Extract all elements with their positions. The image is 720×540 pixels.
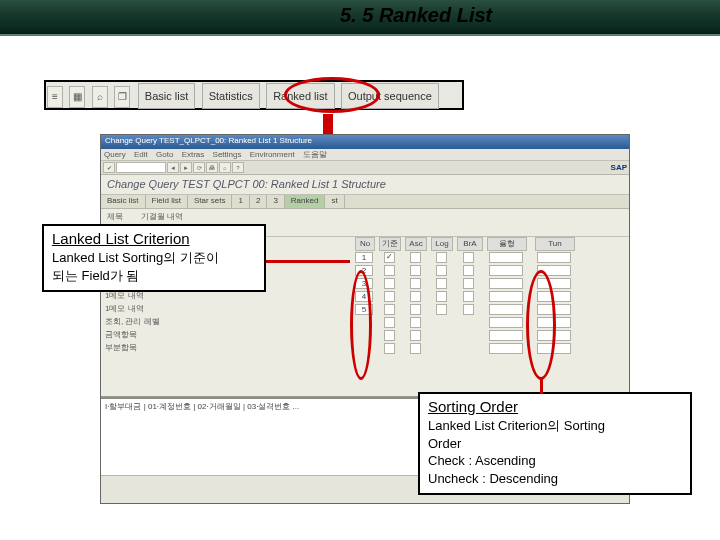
col-no: No — [355, 237, 375, 251]
slide-title: 5. 5 Ranked List — [340, 4, 492, 27]
row-label: 금액항목 — [105, 329, 137, 340]
menu-item[interactable]: Environment — [250, 150, 295, 159]
toolbar-icon[interactable]: ⌕ — [92, 86, 108, 108]
connector — [266, 260, 350, 263]
menu-item[interactable]: Query — [104, 150, 126, 159]
toolbar-icon[interactable]: ▦ — [69, 86, 85, 108]
asc-checkbox[interactable] — [410, 252, 421, 263]
callout-criterion: Lanked List Criterion Lanked List Sortin… — [42, 224, 266, 292]
statistics-button[interactable]: Statistics — [202, 83, 260, 109]
brd-checkbox[interactable] — [463, 252, 474, 263]
menu-item[interactable]: Extras — [182, 150, 205, 159]
col-brd: BrA — [457, 237, 483, 251]
yul-input[interactable] — [489, 304, 523, 315]
sap-logo: SAP — [611, 163, 627, 172]
asc-checkbox[interactable] — [410, 330, 421, 341]
highlight-oval — [284, 77, 380, 113]
yul-input[interactable] — [489, 330, 523, 341]
app-icon[interactable]: 🖶 — [206, 162, 218, 173]
row-label: 조회, 관리 레벨 — [105, 316, 160, 327]
sap-titlebar: Change Query TEST_QLPCT_00: Ranked List … — [101, 135, 629, 149]
sap-appbar: ✔ ◄ ► ⟳ 🖶 ⌕ ? SAP — [101, 161, 629, 175]
callout-body: Lanked List Criterion의 Sorting Order Che… — [428, 417, 682, 487]
tab[interactable]: st — [325, 195, 344, 208]
row-label: 부분합목 — [105, 342, 137, 353]
app-icon[interactable]: ? — [232, 162, 244, 173]
criterion-checkbox[interactable] — [384, 317, 395, 328]
col-log: Log — [431, 237, 453, 251]
log-checkbox[interactable] — [436, 265, 447, 276]
criterion-checkbox[interactable] — [384, 265, 395, 276]
tabstrip: Basic list Field list Star sets 1 2 3 Ra… — [101, 195, 629, 209]
yul-input[interactable] — [489, 343, 523, 354]
brd-checkbox[interactable] — [463, 278, 474, 289]
yul-input[interactable] — [489, 278, 523, 289]
col-criterion: 기준 — [379, 237, 401, 251]
asc-checkbox[interactable] — [410, 304, 421, 315]
criterion-checkbox[interactable] — [384, 304, 395, 315]
tab[interactable]: Star sets — [188, 195, 233, 208]
callout-body: Lanked List Sorting의 기준이되는 Field가 됨 — [52, 249, 256, 284]
asc-checkbox[interactable] — [410, 317, 421, 328]
highlight-oval-criterion — [350, 270, 372, 380]
toolbar-icon[interactable]: ≡ — [47, 86, 63, 108]
yul-input[interactable] — [489, 252, 523, 263]
menu-item[interactable]: Settings — [213, 150, 242, 159]
brd-checkbox[interactable] — [463, 304, 474, 315]
yul-input[interactable] — [489, 317, 523, 328]
sap-small-toolbar: ≡ ▦ ⌕ ❐ Basic list Statistics Ranked lis… — [44, 80, 464, 110]
col-asc: Asc — [405, 237, 427, 251]
app-icon[interactable]: ⟳ — [193, 162, 205, 173]
tab[interactable]: Field list — [146, 195, 188, 208]
col-yul: 율형 — [487, 237, 527, 251]
sap-menu: Query Edit Goto Extras Settings Environm… — [101, 149, 629, 161]
yul-input[interactable] — [489, 291, 523, 302]
highlight-oval-sorting — [526, 270, 556, 380]
asc-checkbox[interactable] — [410, 343, 421, 354]
criterion-checkbox[interactable] — [384, 291, 395, 302]
log-checkbox[interactable] — [436, 304, 447, 315]
criterion-checkbox[interactable] — [384, 343, 395, 354]
forward-icon[interactable]: ► — [180, 162, 192, 173]
log-checkbox[interactable] — [436, 278, 447, 289]
criterion-checkbox[interactable] — [384, 252, 395, 263]
menu-item[interactable]: Edit — [134, 150, 148, 159]
asc-checkbox[interactable] — [410, 265, 421, 276]
basic-list-button[interactable]: Basic list — [138, 83, 195, 109]
menu-item[interactable]: 도움말 — [303, 150, 327, 159]
tab[interactable]: 1 — [232, 195, 249, 208]
tun-input[interactable] — [537, 252, 571, 263]
app-icon[interactable]: ⌕ — [219, 162, 231, 173]
criterion-checkbox[interactable] — [384, 278, 395, 289]
value: 기결월 내역 — [141, 211, 183, 222]
command-field[interactable] — [116, 162, 166, 173]
brd-checkbox[interactable] — [463, 291, 474, 302]
seq-input[interactable]: 1 — [355, 252, 373, 263]
back-icon[interactable]: ◄ — [167, 162, 179, 173]
toolbar-icon[interactable]: ❐ — [114, 86, 130, 108]
callout-title: Sorting Order — [428, 398, 682, 415]
callout-sorting: Sorting Order Lanked List Criterion의 Sor… — [418, 392, 692, 495]
tab[interactable]: 2 — [250, 195, 267, 208]
col-tun: Tun — [535, 237, 575, 251]
sap-window-title: Change Query TEST_QLPCT_00: Ranked List … — [105, 136, 312, 148]
row-label: 1메모 내역 — [105, 303, 144, 314]
app-icon[interactable]: ✔ — [103, 162, 115, 173]
label: 제목 — [107, 211, 123, 222]
callout-title: Lanked List Criterion — [52, 230, 256, 247]
asc-checkbox[interactable] — [410, 278, 421, 289]
tab[interactable]: Basic list — [101, 195, 146, 208]
connector — [540, 378, 543, 394]
tab[interactable]: 3 — [267, 195, 284, 208]
brd-checkbox[interactable] — [463, 265, 474, 276]
tab-selected[interactable]: Ranked — [285, 195, 326, 208]
log-checkbox[interactable] — [436, 252, 447, 263]
log-checkbox[interactable] — [436, 291, 447, 302]
asc-checkbox[interactable] — [410, 291, 421, 302]
menu-item[interactable]: Goto — [156, 150, 173, 159]
page-subtitle: Change Query TEST QLPCT 00: Ranked List … — [101, 175, 629, 195]
criterion-checkbox[interactable] — [384, 330, 395, 341]
yul-input[interactable] — [489, 265, 523, 276]
